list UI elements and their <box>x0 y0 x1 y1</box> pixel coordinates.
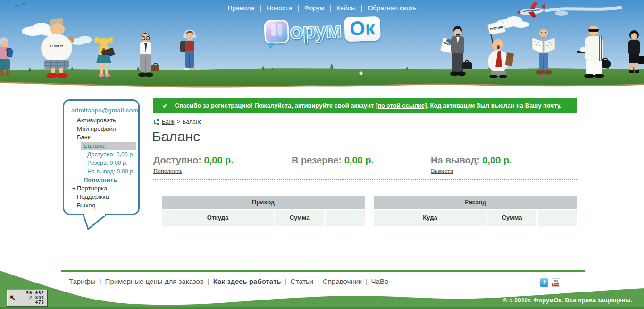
counter-arrow-icon: ↖ <box>9 294 16 302</box>
tree-icon <box>153 119 159 125</box>
expense-col-to: Куда <box>374 210 486 226</box>
breadcrumb-current: Баланс <box>182 119 201 125</box>
alert-text: Спасибо за регистрацию! Пожалуйста, акти… <box>175 102 562 109</box>
footer-link-prices[interactable]: Примерные цены для заказов <box>105 277 204 285</box>
svg-text:I LOVE IT: I LOVE IT <box>50 45 63 48</box>
collapse-icon[interactable]: − <box>72 133 77 142</box>
twitter-icon[interactable]: t <box>540 278 548 287</box>
footer-separator: | <box>100 277 101 285</box>
footer-separator: | <box>366 277 368 285</box>
copyright-text: © с 2010г. ФорумОк. Все права защищены. <box>503 297 632 304</box>
sidebar-item-bank[interactable]: −Банк <box>71 133 134 142</box>
expense-col-extra <box>538 210 577 226</box>
nav-separator: | <box>297 4 299 12</box>
expand-icon[interactable]: + <box>72 184 77 193</box>
user-email-link[interactable]: admitapps@gmail.com <box>71 107 134 114</box>
nav-separator: | <box>259 4 261 12</box>
balance-reserve: В резерве: 0,00 р. <box>292 155 431 175</box>
income-table-title: Приход <box>162 196 365 209</box>
sidebar-item-topup[interactable]: Пополнить <box>71 176 134 184</box>
top-nav: Правила|Новости|Форум|Кейсы|Обратная свя… <box>0 4 644 12</box>
income-col-sum: Сумма <box>275 210 324 226</box>
registration-alert: ✔ Спасибо за регистрацию! Пожалуйста, ак… <box>153 98 577 113</box>
nav-separator: | <box>361 4 363 12</box>
income-col-from: Откуда <box>162 210 274 226</box>
income-table: Приход Откуда Сумма <box>162 196 365 226</box>
sidebar-item-activate[interactable]: Активировать <box>71 116 134 125</box>
sidebar-bubble-tail <box>78 214 111 231</box>
reserve-value: 0,00 р. <box>344 155 374 165</box>
dotted-divider <box>153 179 577 180</box>
check-icon: ✔ <box>162 102 168 110</box>
income-col-extra <box>326 210 365 226</box>
logo-badge: Ок <box>344 16 380 42</box>
visitor-counter-badge[interactable]: ↖ 50 032 2 844 473 <box>7 289 47 306</box>
footer-link-faq[interactable]: ЧаВо <box>371 277 389 285</box>
footer-link-howto[interactable]: Как здесь работать <box>213 277 281 285</box>
footer-link-reference[interactable]: Справочник <box>323 277 362 285</box>
forumok-page: I LOVE IT <box>0 0 644 309</box>
reserve-label: В резерве: <box>292 155 342 165</box>
sidebar-item-support[interactable]: Поддержка <box>71 193 134 201</box>
social-icons: t You Tube <box>540 278 560 287</box>
expense-table-title: Расход <box>374 196 577 209</box>
available-label: Доступно: <box>153 155 201 165</box>
sidebar-balance-available: Доступно: 0,00 р. <box>71 150 134 159</box>
topup-link[interactable]: Пополнить <box>153 167 182 175</box>
footer-link-tariffs[interactable]: Тарифы <box>69 277 96 285</box>
footer-separator: | <box>208 277 209 285</box>
account-sidebar: admitapps@gmail.com Активировать Мой про… <box>63 99 140 215</box>
nav-link-rules[interactable]: Правила <box>227 4 254 12</box>
footer-links: Тарифы|Примерные цены для заказов|Как зд… <box>69 277 388 285</box>
withdraw-link[interactable]: Вывести <box>431 167 453 175</box>
flower-icon <box>541 75 543 77</box>
nav-separator: | <box>329 4 331 12</box>
sidebar-balance-withdraw: На вывод: 0,00 р. <box>71 167 134 176</box>
nav-link-cases[interactable]: Кейсы <box>336 4 356 12</box>
sidebar-item-logout[interactable]: Выход <box>71 201 134 210</box>
balance-summary: Доступно: 0,00 р. Пополнить В резерве: 0… <box>153 155 577 175</box>
page-title: Баланс <box>152 129 200 145</box>
sidebar-item-affiliate[interactable]: +Партнерка <box>71 184 134 193</box>
activation-link[interactable]: [по этой ссылке] <box>376 102 427 109</box>
flower-icon <box>360 73 362 74</box>
nav-link-forum[interactable]: Форум <box>304 4 325 12</box>
counter-values: 50 032 2 844 473 <box>16 291 47 305</box>
site-logo[interactable]: орум Ок <box>264 15 381 45</box>
logo-text: орум <box>289 17 342 44</box>
breadcrumb-bank-link[interactable]: Банк <box>162 119 174 125</box>
withdraw-label: На вывод: <box>431 155 480 165</box>
footer-link-articles[interactable]: Статьи <box>291 277 314 285</box>
header-illustration: I LOVE IT <box>0 0 644 88</box>
sidebar-item-profile[interactable]: Мой профайл <box>71 125 134 133</box>
sidebar-balance-reserve: Резерв: 0,00 р. <box>71 159 134 167</box>
nav-link-feedback[interactable]: Обратная связь <box>368 4 416 12</box>
breadcrumb-separator: > <box>176 119 180 125</box>
footer-separator: | <box>285 277 287 285</box>
expense-table: Расход Куда Сумма <box>374 196 577 226</box>
nav-link-news[interactable]: Новости <box>267 4 292 12</box>
sidebar-item-balance-active[interactable]: Баланс: <box>81 142 136 150</box>
available-value: 0,00 р. <box>204 155 234 165</box>
footer-separator: | <box>317 277 319 285</box>
logo-speech-bubble-icon <box>264 19 289 44</box>
balance-withdraw: На вывод: 0,00 р. Вывести <box>431 155 577 175</box>
balance-available: Доступно: 0,00 р. Пополнить <box>153 155 292 175</box>
breadcrumb: Банк > Баланс <box>153 119 201 125</box>
youtube-icon[interactable]: You Tube <box>552 278 560 287</box>
expense-col-sum: Сумма <box>487 210 536 226</box>
withdraw-value: 0,00 р. <box>482 155 511 165</box>
